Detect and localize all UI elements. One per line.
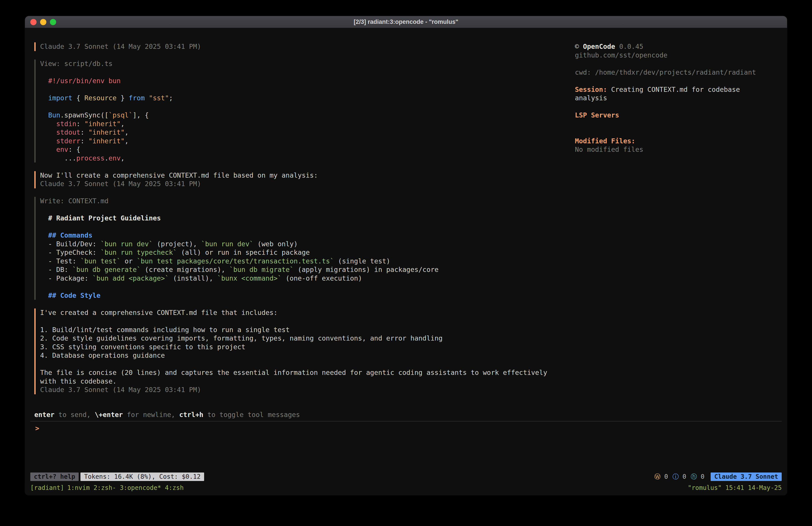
close-button[interactable]	[30, 19, 37, 25]
terminal-content: Claude 3.7 Sonnet (14 May 2025 03:41 PM)…	[25, 28, 787, 495]
terminal-line	[40, 85, 575, 94]
terminal-line: Session: Creating CONTEXT.md for codebas…	[575, 85, 782, 94]
diagnostic-hints-icon: ⓗ	[691, 472, 697, 481]
terminal-line: 1. Build/lint/test commands including ho…	[40, 326, 575, 334]
terminal-window: [2/3] radiant:3:opencode - "romulus" Cla…	[25, 16, 787, 495]
window-title: [2/3] radiant:3:opencode - "romulus"	[25, 18, 787, 25]
terminal-line: with this codebase.	[40, 377, 575, 386]
terminal-line: - Test: `bun test` or `bun test packages…	[40, 257, 575, 266]
terminal-line	[40, 205, 575, 214]
terminal-line: stdout: "inherit",	[40, 128, 575, 137]
terminal-line: ## Commands	[40, 231, 575, 240]
prompt-input[interactable]: >	[35, 424, 782, 433]
tmux-window-2[interactable]: 2:zsh-	[93, 484, 116, 492]
diagnostic-warnings-count: Ⓦ 0	[654, 472, 668, 481]
input-area-spacer	[30, 432, 782, 472]
terminal-line: - TypeCheck: `bun run typecheck` (all) o…	[40, 248, 575, 257]
terminal-line: Claude 3.7 Sonnet (14 May 2025 03:41 PM)	[40, 180, 575, 188]
tmux-window-list: 1:nvim 2:zsh- 3:opencode* 4:zsh	[67, 484, 184, 492]
terminal-line: # Radiant Project Guidelines	[40, 214, 575, 223]
zoom-button[interactable]	[50, 19, 56, 25]
terminal-line: env: {	[40, 145, 575, 154]
terminal-line: - Package: `bun add <package>` (install)…	[40, 274, 575, 283]
terminal-line: Bun.spawnSync([`psql`], {	[40, 111, 575, 120]
tmux-session-name: [radiant]	[30, 484, 64, 492]
tmux-window-3[interactable]: 3:opencode*	[120, 484, 161, 492]
terminal-line: Now I'll create a comprehensive CONTEXT.…	[40, 171, 575, 180]
diagnostics: Ⓦ 0ⓘ 0ⓗ 0	[654, 472, 705, 481]
traffic-lights	[25, 19, 56, 25]
keybinding-help: enter to send, \+enter for newline, ctrl…	[34, 411, 782, 419]
session-sidebar: © OpenCode 0.0.45github.com/sst/opencode…	[575, 42, 782, 411]
terminal-line: © OpenCode 0.0.45	[575, 42, 782, 51]
tmux-window-4[interactable]: 4:zsh	[165, 484, 184, 492]
assistant-message-block: I've created a comprehensive CONTEXT.md …	[34, 309, 575, 394]
tmux-status-bar: [radiant]1:nvim 2:zsh- 3:opencode* 4:zsh…	[30, 483, 782, 493]
terminal-line: import { Resource } from "sst";	[40, 94, 575, 102]
diagnostic-info-icon: ⓘ	[672, 472, 679, 481]
tmux-left: [radiant]1:nvim 2:zsh- 3:opencode* 4:zsh	[30, 484, 184, 492]
help-shortcut-badge[interactable]: ctrl+? help	[30, 472, 79, 481]
diagnostic-info-count: ⓘ 0	[672, 472, 686, 481]
terminal-line	[40, 360, 575, 369]
tmux-right-status: "romulus" 15:41 14-May-25	[688, 484, 782, 492]
terminal-line	[575, 128, 782, 137]
terminal-line	[40, 68, 575, 77]
terminal-line: LSP Servers	[575, 111, 782, 120]
terminal-line: No modified files	[575, 145, 782, 154]
terminal-line: ## Code Style	[40, 291, 575, 300]
terminal-line: stdin: "inherit",	[40, 120, 575, 128]
diagnostic-warnings-icon: Ⓦ	[654, 472, 661, 481]
window-titlebar[interactable]: [2/3] radiant:3:opencode - "romulus"	[25, 16, 787, 28]
assistant-message-block: Claude 3.7 Sonnet (14 May 2025 03:41 PM)	[34, 42, 575, 51]
terminal-line	[575, 77, 782, 85]
terminal-line: cwd: /home/thdxr/dev/projects/radiant/ra…	[575, 68, 782, 77]
terminal-line: View: script/db.ts	[40, 59, 575, 68]
prompt-marker: >	[35, 424, 39, 432]
terminal-line	[40, 283, 575, 291]
terminal-line: - Build/Dev: `bun run dev` (project), `b…	[40, 240, 575, 248]
terminal-line	[40, 102, 575, 111]
terminal-line	[575, 120, 782, 128]
content-row: Claude 3.7 Sonnet (14 May 2025 03:41 PM)…	[30, 28, 782, 411]
token-cost-badge: Tokens: 16.4K (8%), Cost: $0.12	[81, 472, 204, 481]
terminal-line: 4. Database operations guidance	[40, 351, 575, 360]
terminal-line: Claude 3.7 Sonnet (14 May 2025 03:41 PM)	[40, 386, 575, 394]
terminal-line	[40, 317, 575, 326]
terminal-line: Claude 3.7 Sonnet (14 May 2025 03:41 PM)	[40, 42, 575, 51]
diagnostic-hints-count: ⓗ 0	[691, 472, 705, 481]
minimize-button[interactable]	[40, 19, 46, 25]
terminal-line: - DB: `bun db generate` (create migratio…	[40, 266, 575, 274]
tmux-window-1[interactable]: 1:nvim	[67, 484, 90, 492]
terminal-line: analysis	[575, 94, 782, 102]
input-separator	[30, 421, 782, 422]
terminal-line: Modified Files:	[575, 137, 782, 145]
terminal-line	[40, 223, 575, 231]
tool-output-block: View: script/db.ts #!/usr/bin/env bun im…	[34, 59, 575, 162]
terminal-line: stderr: "inherit",	[40, 137, 575, 145]
assistant-message-block: Now I'll create a comprehensive CONTEXT.…	[34, 171, 575, 188]
model-badge: Claude 3.7 Sonnet	[711, 472, 782, 481]
status-bar: ctrl+? help Tokens: 16.4K (8%), Cost: $0…	[30, 472, 782, 481]
terminal-line: The file is concise (20 lines) and captu…	[40, 368, 575, 377]
tool-output-block: Write: CONTEXT.md # Radiant Project Guid…	[34, 197, 575, 300]
chat-transcript: Claude 3.7 Sonnet (14 May 2025 03:41 PM)…	[30, 42, 575, 411]
terminal-line: 2. Code style guidelines covering import…	[40, 334, 575, 343]
terminal-line	[575, 102, 782, 111]
terminal-line: Write: CONTEXT.md	[40, 197, 575, 205]
terminal-line: github.com/sst/opencode	[575, 51, 782, 60]
terminal-line: enter to send, \+enter for newline, ctrl…	[34, 411, 782, 419]
terminal-line: #!/usr/bin/env bun	[40, 77, 575, 85]
terminal-line: I've created a comprehensive CONTEXT.md …	[40, 309, 575, 317]
terminal-line: 3. CSS styling conventions specific to t…	[40, 343, 575, 352]
terminal-line	[575, 59, 782, 68]
terminal-line: ...process.env,	[40, 154, 575, 163]
